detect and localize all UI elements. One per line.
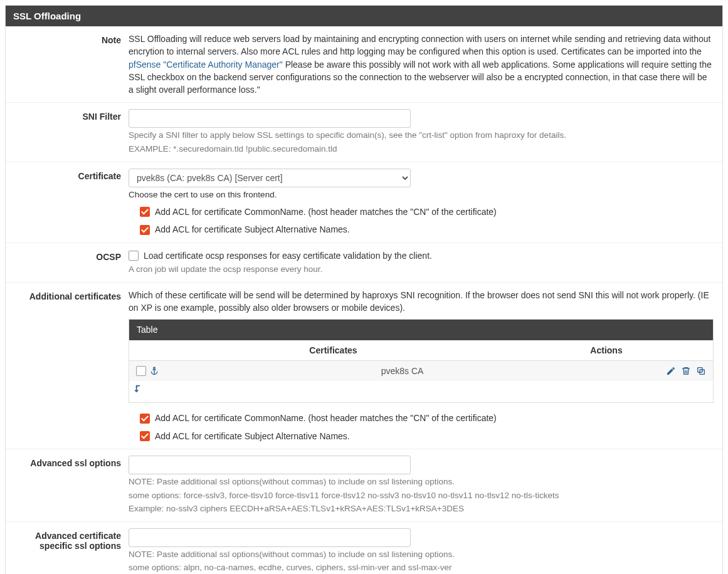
row-select-checkbox[interactable]: [136, 366, 146, 376]
row-sni-filter: SNI Filter Specify a SNI filter to apply…: [6, 103, 722, 162]
additional-acl-san-label: Add ACL for certificate Subject Alternat…: [155, 430, 350, 442]
cert-table-header: Certificates Actions: [129, 340, 713, 361]
add-row-icon[interactable]: [134, 384, 145, 395]
label-note: Note: [8, 33, 129, 96]
row-ocsp: OCSP Load certificate ocsp responses for…: [6, 243, 722, 283]
sni-help-2: EXAMPLE: *.securedomain.tld !public.secu…: [129, 143, 714, 155]
label-sni-filter: SNI Filter: [8, 109, 129, 155]
adv-ssl-help-2: some options: force-sslv3, force-tlsv10 …: [129, 489, 714, 502]
cert-acl-cn-checkbox[interactable]: [140, 207, 150, 217]
adv-ssl-help-1: NOTE: Paste additional ssl options(witho…: [129, 476, 714, 488]
col-actions: Actions: [500, 344, 713, 357]
anchor-icon[interactable]: [149, 365, 160, 377]
note-content: SSL Offloading will reduce web servers l…: [129, 33, 720, 96]
ocsp-checkbox-label: Load certificate ocsp responses for easy…: [144, 249, 432, 262]
copy-icon[interactable]: [695, 365, 707, 377]
advanced-cert-ssl-input[interactable]: [129, 528, 411, 547]
label-advanced-ssl: Advanced ssl options: [8, 456, 129, 515]
row-certificate: Certificate pvek8s (CA: pvek8s CA) [Serv…: [6, 162, 722, 243]
cert-acl-san-checkbox[interactable]: [140, 225, 150, 235]
adv-cert-ssl-help-1: NOTE: Paste additional ssl options(witho…: [129, 548, 714, 561]
certificate-help: Choose the cert to use on this frontend.: [129, 189, 714, 201]
delete-icon[interactable]: [680, 365, 692, 377]
sni-filter-input[interactable]: [129, 109, 411, 128]
certificate-select[interactable]: pvek8s (CA: pvek8s CA) [Server cert]: [129, 169, 411, 187]
ocsp-help: A cron job wil update the ocsp response …: [129, 263, 714, 276]
row-cert-name: pvek8s CA: [167, 365, 638, 377]
row-note: Note SSL Offloading will reduce web serv…: [6, 26, 722, 103]
additional-acl-cn-label: Add ACL for certificate CommonName. (hos…: [155, 412, 497, 424]
adv-ssl-help-3: Example: no-sslv3 ciphers EECDH+aRSA+AES…: [129, 503, 714, 515]
additional-intro: Which of these certificate will be send …: [129, 289, 714, 315]
note-text-before: SSL Offloading will reduce web servers l…: [129, 34, 710, 56]
advanced-ssl-input[interactable]: [129, 456, 411, 474]
row-advanced-cert-ssl: Advanced certificate specific ssl option…: [6, 522, 722, 574]
row-additional-certificates: Additional certificates Which of these c…: [6, 283, 722, 449]
label-certificate: Certificate: [8, 169, 129, 236]
cert-acl-san-label: Add ACL for certificate Subject Alternat…: [155, 223, 350, 236]
panel-title: SSL Offloading: [6, 6, 722, 26]
cert-table-title: Table: [129, 320, 713, 340]
table-row: pvek8s CA: [129, 361, 713, 381]
cert-authority-manager-link[interactable]: pfSense "Certificate Authority Manager": [129, 60, 283, 70]
label-additional-certificates: Additional certificates: [8, 289, 129, 442]
additional-cert-table: Table Certificates Actions pvek8s CA: [129, 319, 714, 403]
additional-acl-cn-checkbox[interactable]: [140, 414, 150, 424]
edit-icon[interactable]: [665, 365, 677, 377]
cert-acl-cn-label: Add ACL for certificate CommonName. (hos…: [155, 206, 497, 218]
label-advanced-cert-ssl: Advanced certificate specific ssl option…: [8, 528, 129, 574]
sni-help-1: Specify a SNI filter to apply below SSL …: [129, 129, 714, 142]
row-advanced-ssl: Advanced ssl options NOTE: Paste additio…: [6, 449, 722, 522]
adv-cert-ssl-help-2: some options: alpn, no-ca-names, ecdhe, …: [129, 561, 714, 574]
ssl-offloading-panel: SSL Offloading Note SSL Offloading will …: [5, 5, 723, 574]
label-ocsp: OCSP: [8, 249, 129, 276]
ocsp-checkbox[interactable]: [129, 251, 139, 261]
additional-acl-san-checkbox[interactable]: [140, 431, 150, 441]
col-certificates: Certificates: [167, 344, 500, 357]
svg-point-0: [154, 367, 156, 369]
